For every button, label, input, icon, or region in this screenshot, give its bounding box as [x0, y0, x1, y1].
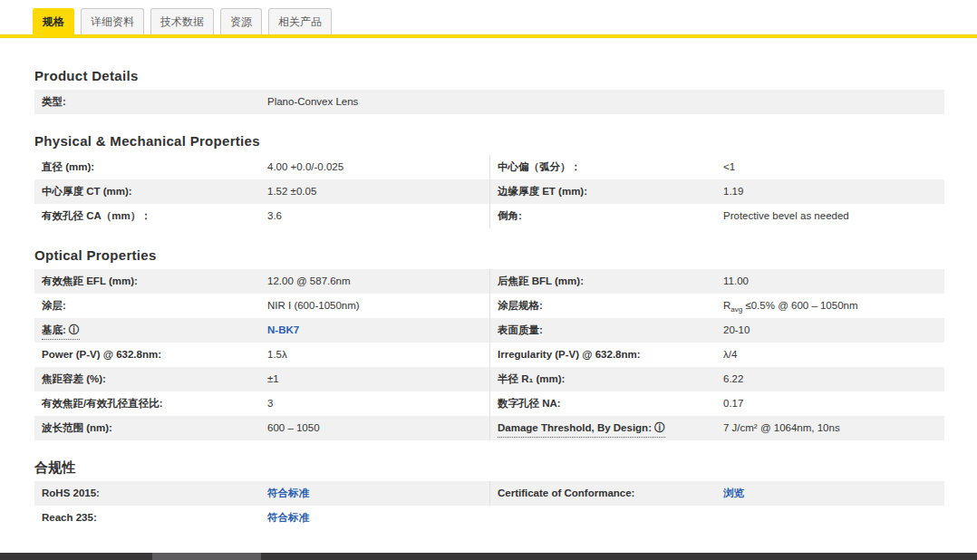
spec-value: Protective bevel as needed: [723, 204, 944, 228]
spec-label: 有效焦距/有效孔径直径比:: [42, 391, 267, 416]
rohs-compliance-link[interactable]: 符合标准: [267, 488, 309, 498]
spec-row: 焦距容差 (%): ±1 半径 R₁ (mm): 6.22: [34, 367, 944, 391]
info-icon[interactable]: ⓘ: [69, 323, 80, 336]
spec-value: Plano-Convex Lens: [267, 90, 489, 114]
spec-value: 6.22: [723, 367, 944, 391]
spec-cell: 倒角: Protective bevel as needed: [489, 204, 944, 228]
spec-label: 数字孔径 NA:: [498, 391, 723, 416]
spec-label: Irregularity (P-V) @ 632.8nm:: [498, 343, 723, 367]
substrate-tooltip-trigger[interactable]: 基底:ⓘ: [42, 321, 80, 340]
spec-value: ±1: [267, 367, 489, 391]
spec-cell: 焦距容差 (%): ±1: [34, 367, 489, 391]
spec-label: Certificate of Conformance:: [498, 481, 723, 506]
spec-row: RoHS 2015: 符合标准 Certificate of Conforman…: [34, 481, 944, 506]
spec-cell: 有效孔径 CA（mm）： 3.6: [34, 204, 489, 228]
spec-value: NIR I (600-1050nm): [267, 294, 489, 318]
tab-specs[interactable]: 规格: [33, 8, 74, 34]
spec-cell: 涂层: NIR I (600-1050nm): [34, 294, 489, 318]
spec-label: Reach 235:: [42, 506, 267, 530]
section-heading-product-details: Product Details: [34, 69, 944, 82]
spec-cell: 类型: Plano-Convex Lens: [34, 90, 489, 114]
spec-cell: 中心厚度 CT (mm): 1.52 ±0.05: [34, 179, 489, 204]
section-heading-physical: Physical & Mechanical Properties: [34, 134, 944, 148]
spec-label: 基底:ⓘ: [42, 318, 267, 343]
scrollbar-thumb[interactable]: [152, 553, 261, 560]
spec-value: 20-10: [723, 318, 944, 343]
tab-technical-data[interactable]: 技术数据: [150, 8, 214, 34]
spec-value: Ravg ≤0.5% @ 600 – 1050nm: [723, 294, 944, 318]
spec-label: 涂层:: [42, 294, 267, 318]
spec-value: 4.00 +0.0/-0.025: [267, 155, 489, 179]
spec-value: 1.19: [723, 179, 944, 204]
spec-value: λ/4: [723, 343, 944, 367]
substrate-link[interactable]: N-BK7: [267, 324, 299, 335]
spec-row: 波长范围 (nm): 600 – 1050 Damage Threshold, …: [34, 416, 944, 440]
spec-label: 表面质量:: [498, 318, 723, 343]
spec-panel: Product Details 类型: Plano-Convex Lens Ph…: [0, 69, 977, 530]
spec-row: Power (P-V) @ 632.8nm: 1.5λ Irregularity…: [34, 343, 944, 367]
spec-label: 有效孔径 CA（mm）：: [42, 204, 267, 228]
info-icon[interactable]: ⓘ: [654, 421, 665, 434]
spec-cell: RoHS 2015: 符合标准: [34, 481, 489, 506]
spec-label: 直径 (mm):: [42, 155, 267, 179]
section-heading-optical: Optical Properties: [34, 248, 944, 262]
spec-value: 3.6: [267, 204, 489, 228]
spec-value: 11.00: [723, 269, 944, 294]
spec-cell: 中心偏（弧分）： <1: [489, 155, 944, 179]
spec-cell: Certificate of Conformance: 浏览: [489, 481, 944, 506]
spec-value: 3: [267, 391, 489, 416]
spec-row: Reach 235: 符合标准: [34, 506, 944, 530]
spec-label: 中心厚度 CT (mm):: [42, 179, 267, 204]
spec-label: RoHS 2015:: [42, 481, 267, 506]
spec-value: N-BK7: [267, 318, 489, 343]
spec-label: 后焦距 BFL (mm):: [498, 269, 723, 294]
spec-row: 类型: Plano-Convex Lens: [34, 90, 944, 114]
spec-label: 有效焦距 EFL (mm):: [42, 269, 267, 294]
spec-cell: 基底:ⓘ N-BK7: [34, 318, 489, 343]
spec-row: 直径 (mm): 4.00 +0.0/-0.025 中心偏（弧分）： <1: [34, 155, 944, 179]
reach-compliance-link[interactable]: 符合标准: [267, 512, 309, 523]
spec-row: 有效焦距 EFL (mm): 12.00 @ 587.6nm 后焦距 BFL (…: [34, 269, 944, 294]
spec-value: <1: [723, 155, 944, 179]
spec-cell: 有效焦距 EFL (mm): 12.00 @ 587.6nm: [34, 269, 489, 294]
tab-bar: 规格 详细资料 技术数据 资源 相关产品: [0, 0, 977, 34]
spec-cell: 直径 (mm): 4.00 +0.0/-0.025: [34, 155, 489, 179]
spec-row: 中心厚度 CT (mm): 1.52 ±0.05 边缘厚度 ET (mm): 1…: [34, 179, 944, 204]
certificate-of-conformance-link[interactable]: 浏览: [723, 488, 744, 498]
spec-value: 1.52 ±0.05: [267, 179, 489, 204]
spec-value: 12.00 @ 587.6nm: [267, 269, 489, 294]
spec-cell: 有效焦距/有效孔径直径比: 3: [34, 391, 489, 416]
spec-row: 涂层: NIR I (600-1050nm) 涂层规格: Ravg ≤0.5% …: [34, 294, 944, 318]
spec-value: 符合标准: [267, 506, 489, 530]
tab-detailed-info[interactable]: 详细资料: [81, 8, 144, 34]
tab-resources[interactable]: 资源: [220, 8, 262, 34]
spec-row: 有效焦距/有效孔径直径比: 3 数字孔径 NA: 0.17: [34, 391, 944, 416]
spec-label: 半径 R₁ (mm):: [498, 367, 723, 391]
accent-bar: [0, 34, 977, 38]
damage-threshold-tooltip-trigger[interactable]: Damage Threshold, By Design:ⓘ: [498, 419, 665, 438]
spec-cell: 数字孔径 NA: 0.17: [489, 391, 944, 416]
spec-value: 符合标准: [267, 481, 489, 506]
spec-label: 中心偏（弧分）：: [498, 155, 723, 179]
horizontal-scrollbar[interactable]: [0, 553, 977, 560]
spec-label: 类型:: [42, 90, 267, 114]
spec-cell: Reach 235: 符合标准: [34, 506, 489, 530]
spec-cell: Power (P-V) @ 632.8nm: 1.5λ: [34, 343, 489, 367]
spec-row: 有效孔径 CA（mm）： 3.6 倒角: Protective bevel as…: [34, 204, 944, 228]
spec-value: 600 – 1050: [267, 416, 489, 440]
tab-related-products[interactable]: 相关产品: [268, 8, 332, 34]
spec-label: 边缘厚度 ET (mm):: [498, 179, 723, 204]
spec-label: Damage Threshold, By Design:ⓘ: [498, 416, 723, 440]
spec-label: 焦距容差 (%):: [42, 367, 267, 391]
spec-cell: 涂层规格: Ravg ≤0.5% @ 600 – 1050nm: [489, 294, 944, 318]
spec-label: 倒角:: [498, 204, 723, 228]
spec-label: 波长范围 (nm):: [42, 416, 267, 440]
spec-cell: 表面质量: 20-10: [489, 318, 944, 343]
spec-value: 0.17: [723, 391, 944, 416]
spec-value: 浏览: [723, 481, 944, 506]
spec-row: 基底:ⓘ N-BK7 表面质量: 20-10: [34, 318, 944, 343]
section-heading-compliance: 合规性: [34, 460, 944, 474]
spec-label: 涂层规格:: [498, 294, 723, 318]
spec-cell: 边缘厚度 ET (mm): 1.19: [489, 179, 944, 204]
spec-cell: Irregularity (P-V) @ 632.8nm: λ/4: [489, 343, 944, 367]
